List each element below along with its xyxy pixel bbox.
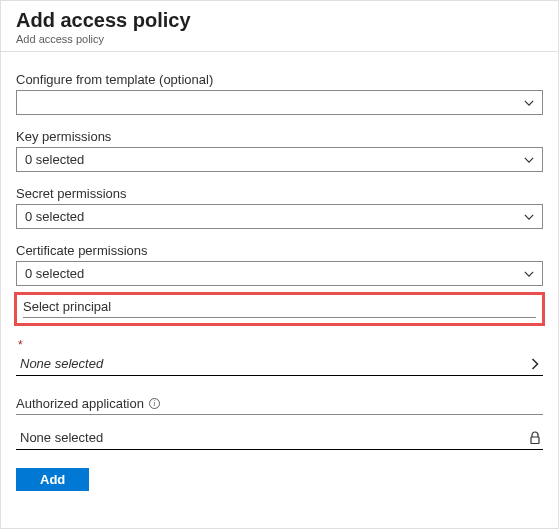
key-permissions-label: Key permissions <box>16 129 543 144</box>
select-principal-highlight: Select principal <box>14 292 545 326</box>
lock-icon <box>529 431 541 445</box>
authorized-application-picker[interactable]: None selected <box>16 427 543 450</box>
panel-header: Add access policy Add access policy <box>1 1 558 52</box>
form-area: Configure from template (optional) Key p… <box>1 52 558 506</box>
chevron-down-icon <box>524 155 534 165</box>
add-button[interactable]: Add <box>16 468 89 491</box>
svg-rect-0 <box>531 437 539 444</box>
authorized-application-section: Authorized application i <box>16 396 543 415</box>
template-label: Configure from template (optional) <box>16 72 543 87</box>
select-principal-value: None selected <box>20 356 103 371</box>
certificate-permissions-select[interactable]: 0 selected <box>16 261 543 286</box>
field-key-permissions: Key permissions 0 selected <box>16 129 543 172</box>
chevron-down-icon <box>524 212 534 222</box>
authorized-application-value: None selected <box>20 430 103 445</box>
select-principal-section: Select principal <box>23 299 536 318</box>
secret-permissions-label: Secret permissions <box>16 186 543 201</box>
page-title: Add access policy <box>16 9 543 32</box>
page-subtitle: Add access policy <box>16 33 543 45</box>
select-principal-picker[interactable]: None selected <box>16 353 543 376</box>
chevron-down-icon <box>524 98 534 108</box>
secret-permissions-select[interactable]: 0 selected <box>16 204 543 229</box>
required-marker: * <box>18 338 543 352</box>
info-icon[interactable]: i <box>149 398 160 409</box>
field-secret-permissions: Secret permissions 0 selected <box>16 186 543 229</box>
certificate-permissions-value: 0 selected <box>25 266 524 281</box>
chevron-down-icon <box>524 269 534 279</box>
authorized-application-label: Authorized application <box>16 396 144 411</box>
certificate-permissions-label: Certificate permissions <box>16 243 543 258</box>
key-permissions-value: 0 selected <box>25 152 524 167</box>
secret-permissions-value: 0 selected <box>25 209 524 224</box>
field-certificate-permissions: Certificate permissions 0 selected <box>16 243 543 286</box>
key-permissions-select[interactable]: 0 selected <box>16 147 543 172</box>
field-template: Configure from template (optional) <box>16 72 543 115</box>
template-select[interactable] <box>16 90 543 115</box>
chevron-right-icon <box>529 358 541 370</box>
